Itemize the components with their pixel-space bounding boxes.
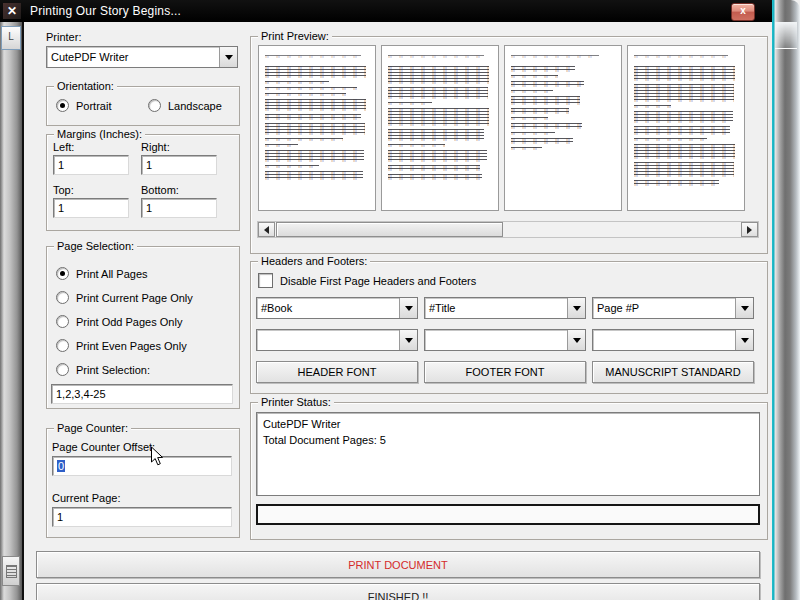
radio-icon [56, 291, 69, 304]
chevron-down-icon[interactable] [399, 298, 417, 318]
scrollbar-thumb[interactable] [276, 222, 503, 237]
radio-icon [56, 339, 69, 352]
background-window-right-border [772, 0, 800, 600]
header-field-3-select[interactable]: Page #P [592, 297, 754, 319]
margin-top-label: Top: [53, 184, 74, 196]
print-selection-input[interactable]: 1,2,3,4-25 [51, 384, 233, 404]
preview-page [627, 45, 745, 211]
titlebar: ✕ Printing Our Story Begins... x [0, 0, 772, 22]
status-line: CutePDF Writer [263, 416, 753, 432]
radio-print-even-pages[interactable]: Print Even Pages Only [56, 339, 187, 352]
preview-pages [252, 45, 768, 217]
margin-bottom-input[interactable]: 1 [141, 198, 217, 218]
disable-first-page-checkbox[interactable]: Disable First Page Headers and Footers [258, 273, 476, 288]
radio-print-odd-pages[interactable]: Print Odd Pages Only [56, 315, 182, 328]
preview-page [504, 45, 622, 211]
radio-icon [148, 99, 161, 112]
printer-status-group-label: Printer Status: [258, 396, 334, 408]
document-icon [2, 556, 20, 586]
chevron-down-icon[interactable] [219, 47, 237, 67]
radio-label: Print Selection: [76, 364, 150, 376]
scroll-left-icon[interactable] [258, 222, 275, 237]
page-counter-offset-label: Page Counter Offset: [52, 441, 155, 453]
chevron-down-icon[interactable] [735, 330, 753, 350]
printer-status-box: CutePDF Writer Total Document Pages: 5 [256, 412, 760, 496]
footer-field-2-select[interactable] [424, 329, 586, 351]
scroll-right-icon[interactable] [741, 222, 758, 237]
radio-print-selection[interactable]: Print Selection: [56, 363, 150, 376]
header-field-1-value: #Book [257, 302, 399, 314]
current-page-input[interactable]: 1 [52, 507, 232, 527]
margin-right-label: Right: [141, 141, 170, 153]
preview-scrollbar[interactable] [257, 221, 759, 238]
screen: L ✕ Printing Our Story Begins... x Print… [0, 0, 800, 600]
glass-highlight [775, 22, 797, 49]
status-line: Total Document Pages: 5 [263, 432, 753, 448]
selected-text: 0 [57, 460, 65, 472]
radio-portrait-label: Portrait [76, 100, 111, 112]
radio-label: Print All Pages [76, 268, 148, 280]
radio-print-current-page[interactable]: Print Current Page Only [56, 291, 193, 304]
printer-select[interactable]: CutePDF Writer [46, 46, 238, 68]
checkbox-icon [258, 273, 273, 288]
manuscript-standard-button[interactable]: MANUSCRIPT STANDARD [592, 361, 754, 383]
printer-select-value: CutePDF Writer [47, 51, 219, 63]
header-field-3-value: Page #P [593, 302, 735, 314]
finished-button[interactable]: FINISHED !! [36, 583, 760, 600]
window-title: Printing Our Story Begins... [30, 4, 181, 18]
radio-landscape-label: Landscape [168, 100, 222, 112]
margin-top-input[interactable]: 1 [53, 198, 129, 218]
radio-label: Print Odd Pages Only [76, 316, 182, 328]
current-page-label: Current Page: [52, 492, 120, 504]
margins-group-label: Margins (Inches): [54, 128, 145, 140]
background-window-left-border [0, 22, 24, 600]
margin-right-input[interactable]: 1 [141, 155, 217, 175]
header-field-2-value: #Title [425, 302, 567, 314]
radio-portrait[interactable]: Portrait [56, 99, 111, 112]
mouse-cursor [150, 446, 165, 469]
page-counter-offset-input[interactable]: 0 [52, 456, 232, 476]
background-partial-button[interactable]: L [1, 26, 21, 50]
radio-print-all-pages[interactable]: Print All Pages [56, 267, 148, 280]
margin-left-label: Left: [53, 141, 74, 153]
radio-label: Print Current Page Only [76, 292, 193, 304]
radio-landscape[interactable]: Landscape [148, 99, 222, 112]
radio-icon [56, 315, 69, 328]
header-field-2-select[interactable]: #Title [424, 297, 586, 319]
radio-icon [56, 99, 69, 112]
checkbox-label: Disable First Page Headers and Footers [280, 275, 476, 287]
radio-label: Print Even Pages Only [76, 340, 187, 352]
margin-bottom-label: Bottom: [141, 184, 179, 196]
header-font-button[interactable]: HEADER FONT [256, 361, 418, 383]
chevron-down-icon[interactable] [399, 330, 417, 350]
radio-icon [56, 363, 69, 376]
printer-label: Printer: [46, 31, 81, 43]
preview-page [381, 45, 499, 211]
footer-field-1-select[interactable] [256, 329, 418, 351]
preview-page [258, 45, 376, 211]
footer-field-3-select[interactable] [592, 329, 754, 351]
chevron-down-icon[interactable] [735, 298, 753, 318]
chevron-down-icon[interactable] [567, 298, 585, 318]
headers-footers-group-label: Headers and Footers: [258, 255, 370, 267]
footer-font-button[interactable]: FOOTER FONT [424, 361, 586, 383]
print-document-button[interactable]: PRINT DOCUMENT [36, 551, 760, 578]
chevron-down-icon[interactable] [567, 330, 585, 350]
app-icon: ✕ [3, 3, 21, 19]
print-progress-bar [256, 504, 760, 525]
page-counter-group-label: Page Counter: [54, 422, 131, 434]
close-button[interactable]: x [731, 3, 755, 21]
radio-icon [56, 267, 69, 280]
orientation-group-label: Orientation: [54, 80, 117, 92]
print-preview-group-label: Print Preview: [258, 30, 332, 42]
page-selection-group-label: Page Selection: [54, 240, 137, 252]
header-field-1-select[interactable]: #Book [256, 297, 418, 319]
margin-left-input[interactable]: 1 [53, 155, 129, 175]
